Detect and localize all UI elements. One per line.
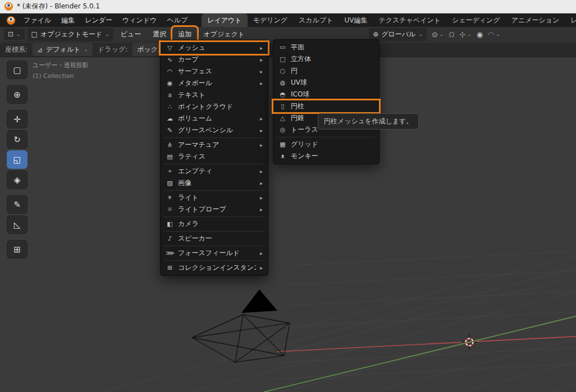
workspace-tab-layout[interactable]: レイアウト (202, 13, 247, 27)
submenu-arrow-icon: ▸ (260, 250, 263, 256)
snap-magnet-toggle[interactable]: Ω (449, 30, 454, 39)
submenu-arrow-icon: ▸ (260, 265, 263, 271)
menu-separator (277, 137, 376, 137)
add-menu-item-image[interactable]: ▨ 画像 ▸ (161, 177, 268, 189)
menu-view[interactable]: ビュー (116, 28, 146, 41)
add-menu-item-light[interactable]: ☀ ライト ▸ (161, 192, 268, 204)
orientation-select[interactable]: ⊕ グローバル ⌄ (369, 28, 427, 41)
tool-shelf: ▢ ⊕ ✛ ↻ ◱ ◈ ✎ ◺ ⊞ (7, 61, 28, 259)
mesh-item-cylinder[interactable]: ▯ 円柱 (273, 100, 379, 112)
workspace-tab-shading[interactable]: シェーディング (446, 13, 506, 27)
mesh-item-monkey[interactable]: ᴥ モンキー (273, 150, 379, 162)
falloff-button[interactable]: ◠ ⌄ (488, 30, 500, 39)
add-menu-item-surface[interactable]: ◠ サーフェス ▸ (161, 66, 268, 77)
add-menu-item-curve[interactable]: ∿ カーブ ▸ (161, 54, 268, 66)
add-menu: ▽ メッシュ ▸ ∿ カーブ ▸ ◠ サーフェス ▸ ◉ メタボール ▸ a テ… (160, 40, 268, 276)
add-menu-item-collection-instance[interactable]: ⊞ コレクションインスタンス ▸ (161, 262, 268, 274)
workspace-tab-sculpt[interactable]: スカルプト (293, 13, 339, 27)
curve-icon: ∿ (166, 56, 174, 63)
mesh-item-ico-sphere[interactable]: ◓ ICO球 (273, 89, 379, 100)
mode-select[interactable]: □ オブジェクトモード ⌄ (28, 28, 113, 41)
view-projection-label: ユーザー・透視投影 (33, 61, 89, 70)
lattice-icon: ▤ (166, 153, 174, 160)
armature-icon: ⋔ (166, 141, 174, 149)
menu-select[interactable]: 選択 (148, 28, 171, 41)
mesh-item-circle[interactable]: ○ 円 (273, 65, 379, 77)
orientation-label: グローバル (381, 30, 415, 39)
add-menu-item-light-probe[interactable]: ☼ ライトプローブ ▸ (161, 204, 268, 215)
cursor-icon: ⊕ (13, 90, 21, 100)
add-menu-item-mesh[interactable]: ▽ メッシュ ▸ (161, 42, 268, 54)
add-menu-item-text[interactable]: a テキスト (161, 89, 268, 101)
add-menu-item-lattice[interactable]: ▤ ラティス (161, 151, 268, 163)
chevron-down-icon: ⌄ (16, 32, 21, 37)
camera-object[interactable] (192, 289, 290, 362)
drag-label: ドラッグ: (98, 45, 127, 54)
submenu-arrow-icon: ▸ (260, 195, 263, 201)
add-menu-item-point-cloud[interactable]: ∴ ポイントクラウド (161, 101, 268, 113)
menu-window[interactable]: ウィンドウ (117, 13, 162, 27)
snap-target-button[interactable]: ⊹ ⌄ (459, 30, 471, 39)
mesh-item-plane[interactable]: ▭ 平面 (273, 41, 379, 53)
mesh-item-uv-sphere[interactable]: ◍ UV球 (273, 77, 379, 89)
add-menu-item-grease-pencil[interactable]: ✎ グリースペンシル ▸ (161, 124, 268, 136)
circle-icon: ○ (278, 67, 287, 75)
light-probe-icon: ☼ (166, 206, 174, 213)
y-axis-line (264, 316, 576, 392)
snap-icon: ⊹ (459, 30, 465, 39)
workspace-tab-animation[interactable]: アニメーション (506, 13, 565, 27)
annotate-pen-icon: ✎ (13, 200, 21, 210)
mesh-item-cube[interactable]: □ 立方体 (273, 53, 379, 65)
tool-rotate[interactable]: ↻ (7, 130, 28, 149)
torus-icon: ◎ (278, 126, 287, 133)
menu-render[interactable]: レンダー (80, 13, 117, 27)
workspace-tab-rendering[interactable]: レンダリング (565, 13, 576, 27)
tooltip-text: 円柱メッシュを作成します。 (324, 117, 413, 125)
add-menu-item-empty[interactable]: ⌖ エンプティ ▸ (161, 165, 268, 177)
add-menu-item-speaker[interactable]: ♪ スピーカー (161, 233, 268, 245)
proportional-editing-toggle[interactable]: ◉ (477, 30, 483, 39)
add-menu-item-volume[interactable]: ☁ ボリューム ▸ (161, 113, 268, 124)
move-icon: ✛ (13, 114, 21, 124)
menu-file[interactable]: ファイル (19, 13, 56, 27)
chevron-down-icon: ⌄ (467, 32, 472, 37)
menu-object[interactable]: オブジェクト (199, 28, 249, 41)
workspace-tab-uv-editing[interactable]: UV編集 (339, 13, 373, 27)
tool-transform[interactable]: ◈ (7, 170, 28, 189)
workspace-tab-texture-paint[interactable]: テクスチャペイント (373, 13, 446, 27)
pivot-point-button[interactable]: ⊙ ⌄ (432, 30, 444, 39)
blender-menu-button[interactable] (3, 13, 19, 27)
tool-annotate[interactable]: ✎ (7, 195, 28, 214)
menu-help[interactable]: ヘルプ (162, 13, 193, 27)
blender-logo-icon (4, 2, 13, 11)
tool-scale[interactable]: ◱ (7, 150, 28, 169)
proportional-editing-icon: ◉ (477, 30, 483, 39)
tool-move[interactable]: ✛ (7, 110, 28, 128)
grid-icon: ▦ (278, 141, 287, 148)
menu-add[interactable]: 追加 (173, 28, 196, 41)
tool-cursor[interactable]: ⊕ (7, 85, 28, 104)
tool-measure[interactable]: ◺ (7, 215, 28, 234)
tool-add-cube[interactable]: ⊞ (7, 240, 28, 259)
coord-system-select[interactable]: ⊿ デフォルト ⌄ (33, 43, 93, 56)
grease-pencil-icon: ✎ (166, 127, 174, 134)
header-right-cluster: ⊕ グローバル ⌄ ⊙ ⌄ Ω ⊹ ⌄ ◉ ◠ ⌄ (369, 28, 500, 41)
workspace-tab-modeling[interactable]: モデリング (248, 13, 293, 27)
collection-instance-icon: ⊞ (166, 264, 174, 271)
cylinder-tooltip: 円柱メッシュを作成します。 (318, 113, 419, 130)
tool-select-box[interactable]: ▢ (7, 61, 28, 79)
falloff-curve-icon: ◠ (488, 30, 494, 39)
submenu-arrow-icon: ▸ (260, 45, 263, 51)
collection-label: (1) Collection (33, 72, 89, 80)
add-menu-item-metaball[interactable]: ◉ メタボール ▸ (161, 77, 268, 89)
editor-type-button[interactable]: ⊡ ⌄ (4, 29, 25, 40)
add-menu-item-camera[interactable]: ◧ カメラ (161, 218, 268, 230)
menu-edit[interactable]: 編集 (56, 13, 80, 27)
add-menu-item-armature[interactable]: ⋔ アーマチュア ▸ (161, 139, 268, 151)
mesh-item-grid[interactable]: ▦ グリッド (273, 139, 379, 150)
add-menu-item-force-field[interactable]: ⋙ フォースフィールド ▸ (161, 247, 268, 259)
submenu-arrow-icon: ▸ (260, 116, 263, 122)
metaball-icon: ◉ (166, 80, 174, 87)
add-cube-icon: ⊞ (13, 245, 21, 255)
chevron-down-icon: ⌄ (496, 32, 500, 37)
